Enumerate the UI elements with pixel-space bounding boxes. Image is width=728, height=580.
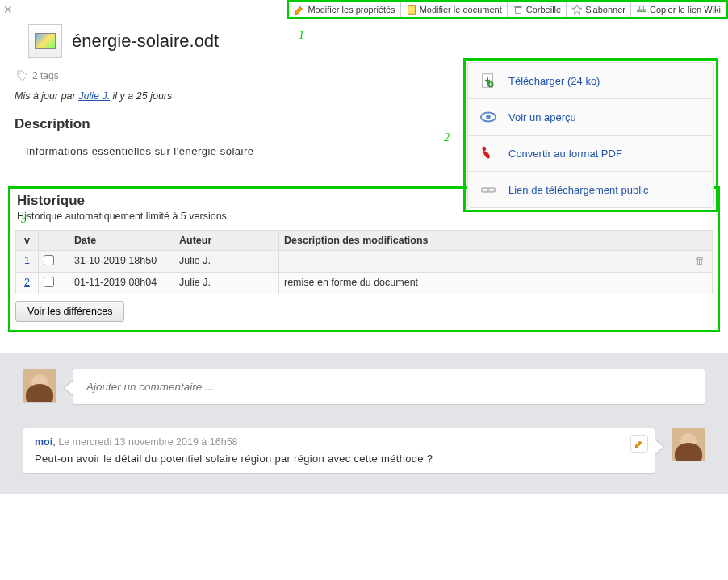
history-table: v Date Auteur Description des modificati… <box>15 230 713 294</box>
comments-section: moi, Le mercredi 13 novembre 2019 à 16h5… <box>0 353 728 494</box>
star-icon <box>571 4 583 15</box>
toolbar-label: Copier le lien Wiki <box>650 5 721 15</box>
trash-button[interactable]: Corbeille <box>508 2 567 17</box>
annotation-marker-1: 1 <box>299 29 304 42</box>
comment-input-container[interactable] <box>73 369 705 405</box>
updated-age: 25 jours <box>136 90 172 102</box>
delete-version-icon[interactable]: 🗑 <box>695 255 705 266</box>
toolbar-label: Modifier les propriétés <box>308 5 395 15</box>
comment-time: Le mercredi 13 novembre 2019 à 16h58 <box>58 436 237 448</box>
actions-panel: Télécharger (24 ko) Voir un aperçu Conve… <box>463 58 718 212</box>
version-link[interactable]: 2 <box>24 277 30 288</box>
current-user-avatar <box>23 369 56 403</box>
version-desc: remise en forme du document <box>279 273 688 294</box>
modify-document-button[interactable]: Modifier le document <box>401 2 508 17</box>
eye-icon <box>479 108 497 126</box>
table-row: 1 31-10-2019 18h50 Julie J. 🗑 <box>16 251 713 273</box>
edit-comment-button[interactable] <box>630 435 648 453</box>
version-desc <box>279 251 688 273</box>
version-link[interactable]: 1 <box>24 255 30 266</box>
version-author: Julie J. <box>174 273 279 294</box>
close-icon[interactable]: ✕ <box>3 3 13 16</box>
svg-point-3 <box>19 73 21 74</box>
bubble-pointer-icon <box>655 439 665 455</box>
top-toolbar: Modifier les propriétés Modifier le docu… <box>287 0 728 19</box>
comment-body: Peut-on avoir le détail du potentiel sol… <box>35 453 643 465</box>
action-label: Voir un aperçu <box>508 111 576 123</box>
updated-prefix: Mis à jour par <box>15 90 78 102</box>
download-icon <box>479 72 497 90</box>
svg-rect-2 <box>639 6 643 10</box>
toolbar-label: Corbeille <box>526 5 561 15</box>
pencil-icon <box>294 4 305 15</box>
bubble-pointer-icon <box>63 380 73 396</box>
svg-rect-10 <box>489 189 494 191</box>
chain-link-icon <box>479 181 497 198</box>
link-icon <box>636 4 647 15</box>
document-type-icon <box>28 24 62 58</box>
toolbar-label: Modifier le document <box>420 5 502 15</box>
version-author: Julie J. <box>174 251 279 273</box>
updated-author-link[interactable]: Julie J. <box>78 90 110 102</box>
download-action[interactable]: Télécharger (24 ko) <box>468 63 713 99</box>
add-comment-input[interactable] <box>86 381 692 393</box>
updated-middle: il y a <box>113 90 136 102</box>
tag-icon <box>16 69 29 82</box>
pdf-icon <box>479 144 497 162</box>
action-label: Lien de téléchargement public <box>508 184 648 196</box>
history-header-delete <box>688 231 713 251</box>
preview-action[interactable]: Voir un aperçu <box>468 99 713 136</box>
svg-rect-0 <box>408 6 415 15</box>
tags-label: 2 tags <box>32 70 59 81</box>
action-label: Convertir au format PDF <box>508 148 622 160</box>
modify-properties-button[interactable]: Modifier les propriétés <box>289 2 400 17</box>
public-link-action[interactable]: Lien de téléchargement public <box>468 172 713 207</box>
trash-icon <box>513 4 524 15</box>
history-header-author: Auteur <box>174 231 279 251</box>
comment-author: moi <box>35 436 52 448</box>
table-row: 2 01-11-2019 08h04 Julie J. remise en fo… <box>16 273 713 294</box>
history-header-check <box>39 231 69 251</box>
history-subtitle: Historique automatiquement limité à 5 ve… <box>15 211 713 230</box>
version-checkbox[interactable] <box>44 255 54 265</box>
document-edit-icon <box>406 4 417 15</box>
annotation-marker-2: 2 <box>444 131 450 144</box>
convert-pdf-action[interactable]: Convertir au format PDF <box>468 136 713 172</box>
comment-author-avatar <box>672 428 705 461</box>
annotation-marker-3: 3 <box>21 213 27 226</box>
comment-bubble: moi, Le mercredi 13 novembre 2019 à 16h5… <box>23 428 655 474</box>
version-date: 31-10-2019 18h50 <box>69 251 174 273</box>
toolbar-label: S'abonner <box>585 5 625 15</box>
view-differences-button[interactable]: Voir les différences <box>15 301 124 322</box>
action-label: Télécharger (24 ko) <box>508 75 600 87</box>
subscribe-button[interactable]: S'abonner <box>567 2 631 17</box>
version-checkbox[interactable] <box>44 277 54 287</box>
svg-rect-9 <box>483 189 487 191</box>
copy-wiki-link-button[interactable]: Copier le lien Wiki <box>631 2 726 17</box>
history-header-v: v <box>16 231 39 251</box>
svg-point-7 <box>486 115 491 119</box>
history-header-date: Date <box>69 231 174 251</box>
history-header-desc: Description des modifications <box>279 231 688 251</box>
version-date: 01-11-2019 08h04 <box>69 273 174 294</box>
document-title: énergie-solaire.odt <box>72 31 219 52</box>
